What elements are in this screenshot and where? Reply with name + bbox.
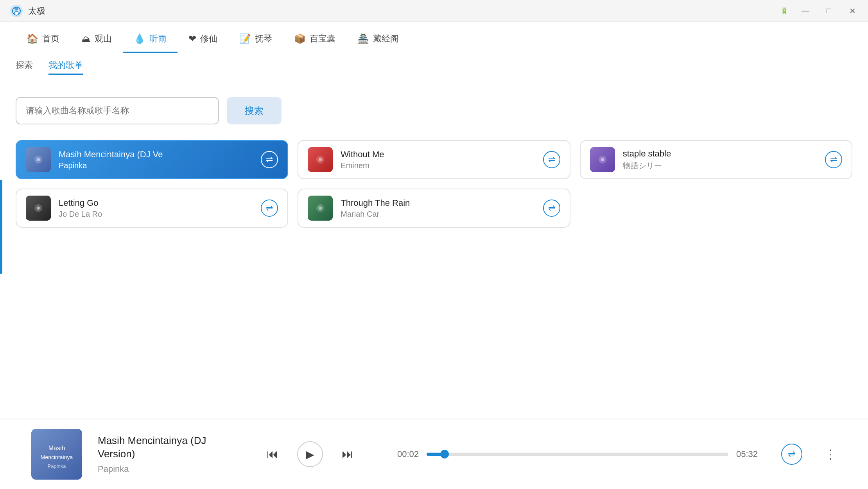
- prev-button[interactable]: ⏮: [262, 444, 283, 465]
- progress-bar[interactable]: [427, 453, 728, 456]
- song-artist-3: Jo De La Ro: [59, 210, 253, 219]
- song-card-0[interactable]: Masih Mencintainya (DJ Ve Papinka ⇌: [16, 140, 288, 179]
- svg-point-2: [14, 7, 18, 11]
- left-accent: [0, 180, 2, 274]
- nav-icon: ⛰: [81, 33, 91, 44]
- battery-icon: 🔋: [780, 7, 788, 14]
- maximize-button[interactable]: □: [823, 5, 835, 17]
- svg-point-6: [37, 158, 40, 161]
- player-progress: 00:02 05:32: [397, 449, 758, 459]
- nav-icon: ❤: [188, 33, 196, 44]
- nav-icon: 📦: [294, 33, 306, 44]
- total-time: 05:32: [736, 449, 758, 459]
- player-album-art: Masih Mencintainya Papinka: [31, 429, 82, 480]
- svg-point-15: [37, 207, 40, 210]
- song-title-0: Masih Mencintainya (DJ Ve: [59, 149, 253, 160]
- song-artist-0: Papinka: [59, 161, 253, 170]
- svg-point-18: [319, 207, 322, 210]
- nav-icon: 📝: [239, 33, 251, 44]
- nav-item-听雨[interactable]: 💧听雨: [123, 26, 178, 53]
- song-info-0: Masih Mencintainya (DJ Ve Papinka: [59, 149, 253, 170]
- song-info-3: Letting Go Jo De La Ro: [59, 198, 253, 219]
- nav-label: 观山: [95, 33, 112, 45]
- minimize-button[interactable]: —: [799, 5, 812, 17]
- player-title: Masih Mencintainya (DJ Version): [98, 434, 223, 461]
- nav-icon: 💧: [134, 33, 145, 44]
- song-title-4: Through The Rain: [341, 198, 535, 208]
- song-title-1: Without Me: [341, 149, 535, 160]
- nav-bar: 🏠首页⛰观山💧听雨❤修仙📝抚琴📦百宝囊🏯藏经阁: [0, 22, 868, 53]
- svg-point-9: [319, 158, 322, 161]
- album-art-2: [590, 147, 615, 172]
- song-info-4: Through The Rain Mariah Car: [341, 198, 535, 219]
- queue-button[interactable]: ⇌: [781, 444, 802, 465]
- song-action-3[interactable]: ⇌: [261, 200, 278, 217]
- album-art-1: [308, 147, 333, 172]
- nav-item-修仙[interactable]: ❤修仙: [178, 26, 228, 53]
- song-action-1[interactable]: ⇌: [543, 151, 560, 168]
- song-action-0[interactable]: ⇌: [261, 151, 278, 168]
- search-input[interactable]: [16, 97, 219, 124]
- song-info-1: Without Me Eminem: [341, 149, 535, 170]
- nav-icon: 🏯: [357, 33, 369, 44]
- album-art-4: [308, 196, 333, 221]
- nav-label: 修仙: [200, 33, 217, 45]
- player-artist: Papinka: [98, 464, 223, 474]
- nav-label: 百宝囊: [310, 33, 335, 45]
- search-button[interactable]: 搜索: [227, 97, 282, 124]
- title-bar-left: 太极: [9, 4, 45, 18]
- title-bar-right: 🔋 — □ ✕: [780, 5, 859, 17]
- nav-icon: 🏠: [27, 33, 38, 44]
- song-info-2: staple stable 物語シリー: [623, 149, 817, 171]
- player-info: Masih Mencintainya (DJ Version) Papinka: [98, 434, 223, 474]
- song-card-3[interactable]: Letting Go Jo De La Ro ⇌: [16, 189, 288, 228]
- nav-item-抚琴[interactable]: 📝抚琴: [228, 26, 283, 53]
- nav-item-藏经阁[interactable]: 🏯藏经阁: [346, 26, 410, 53]
- svg-text:Mencintainya: Mencintainya: [41, 454, 73, 460]
- app-title: 太极: [28, 5, 45, 17]
- nav-label: 抚琴: [255, 33, 272, 45]
- queue-icon: ⇌: [788, 449, 796, 460]
- close-button[interactable]: ✕: [846, 5, 859, 17]
- title-bar: 太极 🔋 — □ ✕: [0, 0, 868, 22]
- song-card-1[interactable]: Without Me Eminem ⇌: [298, 140, 570, 179]
- song-artist-4: Mariah Car: [341, 210, 535, 219]
- song-title-2: staple stable: [623, 149, 817, 159]
- svg-point-12: [601, 158, 604, 161]
- app-icon: [9, 4, 23, 18]
- song-card-2[interactable]: staple stable 物語シリー ⇌: [580, 140, 852, 179]
- svg-text:Masih: Masih: [48, 445, 65, 451]
- nav-label: 听雨: [149, 33, 167, 45]
- sub-nav: 探索我的歌单: [0, 53, 868, 81]
- song-title-3: Letting Go: [59, 198, 253, 208]
- main-content: 搜索 Masih Mencintainya (DJ Ve: [0, 81, 868, 419]
- nav-item-首页[interactable]: 🏠首页: [16, 26, 70, 53]
- play-button[interactable]: ▶: [297, 441, 323, 467]
- nav-item-百宝囊[interactable]: 📦百宝囊: [283, 26, 346, 53]
- song-artist-1: Eminem: [341, 161, 535, 170]
- nav-label: 首页: [42, 33, 59, 45]
- subnav-item-我的歌单[interactable]: 我的歌单: [48, 59, 83, 75]
- song-card-4[interactable]: Through The Rain Mariah Car ⇌: [298, 189, 570, 228]
- nav-label: 藏经阁: [373, 33, 399, 45]
- song-artist-2: 物語シリー: [623, 160, 817, 171]
- player-controls: ⏮ ▶ ⏭: [262, 441, 358, 467]
- current-time: 00:02: [397, 449, 419, 459]
- album-art-0: [26, 147, 51, 172]
- player-bar: Masih Mencintainya Papinka Masih Mencint…: [0, 419, 868, 489]
- svg-text:Papinka: Papinka: [48, 463, 66, 469]
- subnav-item-探索[interactable]: 探索: [16, 59, 33, 75]
- song-action-4[interactable]: ⇌: [543, 200, 560, 217]
- song-action-2[interactable]: ⇌: [825, 151, 842, 168]
- next-button[interactable]: ⏭: [337, 444, 358, 465]
- search-area: 搜索: [0, 81, 868, 136]
- nav-item-观山[interactable]: ⛰观山: [70, 26, 123, 53]
- more-button[interactable]: ⋮: [824, 447, 837, 462]
- song-grid: Masih Mencintainya (DJ Ve Papinka ⇌: [0, 136, 868, 232]
- album-art-3: [26, 196, 51, 221]
- progress-dot: [440, 450, 449, 458]
- svg-point-3: [14, 11, 18, 15]
